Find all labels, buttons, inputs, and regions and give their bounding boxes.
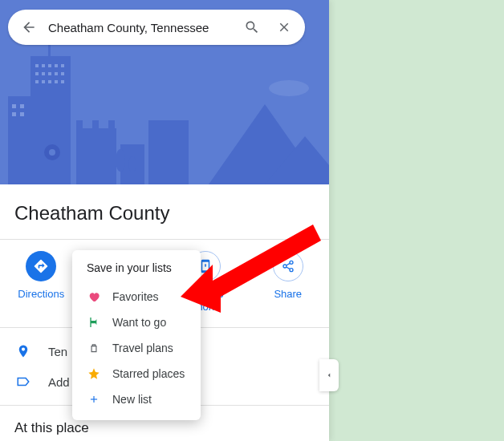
svg-point-34 — [49, 149, 55, 156]
share-icon — [282, 260, 295, 273]
share-label: Share — [274, 288, 302, 300]
popup-item-label: Travel plans — [112, 342, 173, 354]
svg-point-31 — [128, 156, 136, 172]
close-icon — [277, 20, 291, 34]
save-lists-popup: Save in your lists Favorites Want to go … — [72, 250, 201, 420]
svg-rect-24 — [20, 104, 24, 108]
svg-rect-7 — [148, 120, 189, 184]
svg-rect-19 — [42, 80, 45, 83]
search-input[interactable] — [45, 21, 236, 34]
popup-item-label: New list — [112, 393, 152, 406]
svg-rect-26 — [20, 112, 24, 116]
svg-rect-21 — [55, 80, 58, 83]
svg-rect-29 — [108, 120, 115, 128]
svg-rect-15 — [48, 72, 51, 75]
svg-point-35 — [269, 80, 309, 96]
directions-button[interactable]: Directions — [0, 251, 83, 313]
svg-rect-27 — [76, 120, 83, 128]
search-icon — [244, 19, 260, 35]
svg-rect-20 — [48, 80, 51, 83]
svg-rect-12 — [61, 64, 64, 67]
svg-rect-14 — [42, 72, 45, 75]
directions-label: Directions — [18, 288, 64, 300]
popup-item-label: Want to go — [112, 316, 166, 329]
popup-item-new-list[interactable]: New list — [72, 386, 201, 412]
collapse-panel-button[interactable] — [319, 359, 339, 391]
popup-item-label: Starred places — [112, 367, 185, 380]
popup-item-label: Favorites — [112, 290, 159, 303]
svg-rect-9 — [42, 64, 45, 67]
svg-rect-23 — [12, 104, 16, 108]
svg-rect-17 — [61, 72, 64, 75]
arrow-back-icon — [21, 19, 37, 35]
popup-item-want-to-go[interactable]: Want to go — [72, 310, 201, 335]
svg-point-30 — [116, 149, 125, 172]
heart-icon — [87, 290, 100, 303]
svg-rect-16 — [55, 72, 58, 75]
directions-icon — [33, 258, 49, 274]
svg-rect-10 — [48, 64, 51, 67]
place-title: Cheatham County — [0, 184, 329, 239]
location-text: Ten — [48, 345, 67, 358]
suitcase-icon — [88, 342, 100, 354]
search-button[interactable] — [236, 11, 268, 43]
back-button[interactable] — [13, 11, 45, 43]
svg-rect-22 — [61, 80, 64, 83]
pin-icon — [16, 344, 30, 358]
label-text: Add — [48, 375, 70, 389]
popup-item-travel-plans[interactable]: Travel plans — [72, 335, 201, 361]
svg-rect-5 — [76, 128, 116, 184]
flag-icon — [87, 316, 100, 329]
popup-title: Save in your lists — [72, 261, 201, 284]
chevron-left-icon — [325, 371, 333, 379]
skyline-illustration — [0, 40, 329, 184]
svg-rect-18 — [35, 80, 39, 83]
star-icon — [87, 367, 100, 380]
svg-rect-8 — [35, 64, 39, 67]
plus-icon — [88, 394, 100, 405]
popup-item-favorites[interactable]: Favorites — [72, 284, 201, 310]
popup-item-starred[interactable]: Starred places — [72, 361, 201, 386]
search-bar — [8, 10, 305, 45]
clear-button[interactable] — [268, 11, 300, 43]
svg-rect-11 — [55, 64, 58, 67]
svg-rect-25 — [12, 112, 16, 116]
hero-image — [0, 0, 329, 184]
share-button[interactable]: Share — [247, 251, 330, 313]
label-icon — [16, 374, 30, 389]
svg-rect-28 — [92, 120, 99, 128]
svg-rect-13 — [35, 72, 39, 75]
